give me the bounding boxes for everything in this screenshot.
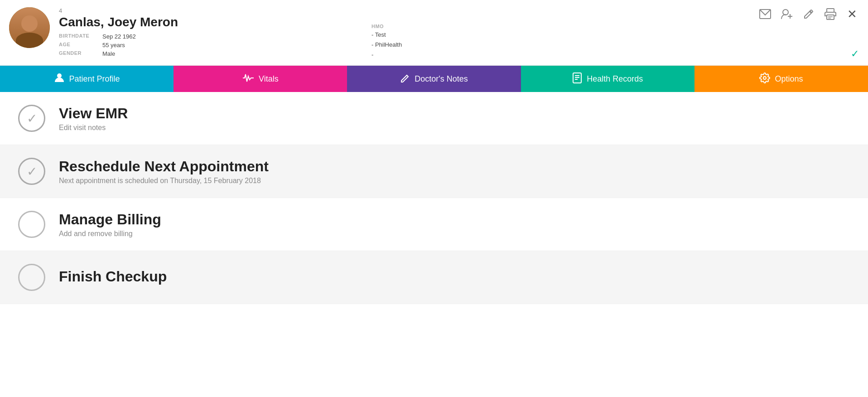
menu-item-reschedule[interactable]: ✓ Reschedule Next Appointment Next appoi… (0, 145, 868, 198)
chevron-down-icon[interactable]: ✓ (851, 48, 859, 60)
reschedule-check[interactable]: ✓ (18, 158, 45, 185)
menu-item-view-emr[interactable]: ✓ View EMR Edit visit notes (0, 92, 868, 145)
menu-item-billing[interactable]: Manage Billing Add and remove billing (0, 198, 868, 251)
view-emr-subtitle: Edit visit notes (59, 124, 850, 132)
checkmark-icon-2: ✓ (27, 164, 37, 179)
birthdate-value: Sep 22 1962 (102, 33, 136, 40)
health-records-tab-icon (572, 73, 582, 86)
svg-rect-5 (827, 15, 834, 19)
birthdate-label: BIRTHDATE (59, 33, 95, 40)
patient-details: BIRTHDATE Sep 22 1962 AGE 55 years GENDE… (59, 33, 178, 57)
reschedule-text: Reschedule Next Appointment Next appoint… (59, 158, 850, 185)
billing-subtitle: Add and remove billing (59, 230, 850, 238)
hmo-section: HMO - Test- PhilHealth- (371, 24, 402, 60)
view-emr-check[interactable]: ✓ (18, 105, 45, 132)
vitals-tab-icon (242, 73, 254, 85)
finish-check[interactable] (18, 264, 45, 291)
options-tab-icon (759, 73, 770, 86)
reschedule-subtitle: Next appointment is scheduled on Thursda… (59, 177, 850, 185)
tab-patient-profile[interactable]: Patient Profile (0, 66, 174, 92)
tab-vitals[interactable]: Vitals (174, 66, 347, 92)
patient-name: Canlas, Joey Meron (59, 15, 178, 29)
patient-info: 4 Canlas, Joey Meron BIRTHDATE Sep 22 19… (59, 7, 178, 57)
patient-profile-tab-icon (54, 73, 65, 86)
tab-options-label: Options (775, 74, 803, 84)
checkmark-icon: ✓ (27, 111, 37, 126)
gender-value: Male (102, 50, 115, 57)
finish-text: Finish Checkup (59, 268, 850, 287)
svg-point-8 (57, 73, 62, 78)
view-emr-title: View EMR (59, 105, 850, 122)
billing-check[interactable] (18, 211, 45, 238)
doctors-notes-tab-icon (400, 73, 410, 85)
tab-health-records-label: Health Records (587, 74, 643, 84)
tab-bar: Patient Profile Vitals Doctor's Notes He… (0, 66, 868, 92)
age-label: AGE (59, 42, 95, 48)
tab-health-records[interactable]: Health Records (521, 66, 694, 92)
avatar (9, 7, 50, 48)
age-value: 55 years (102, 42, 125, 48)
gender-label: GENDER (59, 50, 95, 57)
svg-point-13 (763, 77, 766, 79)
tab-options[interactable]: Options (694, 66, 868, 92)
user-add-icon[interactable] (780, 7, 794, 21)
birthdate-row: BIRTHDATE Sep 22 1962 (59, 33, 178, 40)
gender-row: GENDER Male (59, 50, 178, 57)
close-icon[interactable]: ✕ (845, 7, 859, 21)
hmo-label: HMO (371, 24, 402, 29)
menu-content: ✓ View EMR Edit visit notes ✓ Reschedule… (0, 92, 868, 304)
patient-header: 4 Canlas, Joey Meron BIRTHDATE Sep 22 19… (0, 0, 868, 66)
tab-doctors-notes-label: Doctor's Notes (415, 74, 468, 84)
tab-doctors-notes[interactable]: Doctor's Notes (347, 66, 521, 92)
billing-title: Manage Billing (59, 211, 850, 228)
tab-patient-profile-label: Patient Profile (69, 74, 120, 84)
hmo-values: - Test- PhilHealth- (371, 30, 402, 60)
finish-title: Finish Checkup (59, 268, 850, 285)
header-actions: ✕ (758, 7, 859, 21)
edit-icon[interactable] (802, 7, 815, 21)
view-emr-text: View EMR Edit visit notes (59, 105, 850, 132)
svg-rect-4 (827, 9, 834, 12)
tab-vitals-label: Vitals (259, 74, 279, 84)
print-icon[interactable] (824, 7, 837, 21)
patient-number: 4 (59, 7, 178, 14)
reschedule-title: Reschedule Next Appointment (59, 158, 850, 175)
billing-text: Manage Billing Add and remove billing (59, 211, 850, 238)
email-icon[interactable] (758, 7, 772, 21)
age-row: AGE 55 years (59, 42, 178, 48)
menu-item-finish-checkup[interactable]: Finish Checkup (0, 251, 868, 304)
